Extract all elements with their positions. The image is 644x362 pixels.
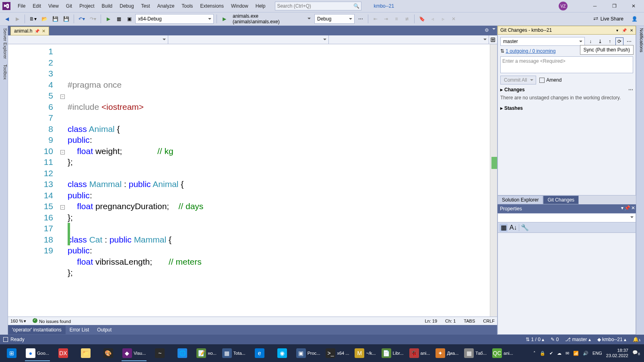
- pull-icon[interactable]: ⤓: [596, 37, 604, 45]
- left-tool-tabs[interactable]: Server ExplorerToolbox: [0, 26, 8, 335]
- panel-dropdown-icon[interactable]: ▾: [614, 27, 620, 33]
- file-tab-animal-h[interactable]: animal.h 📌 ✕: [10, 27, 49, 35]
- folder-icon[interactable]: ▣: [125, 14, 134, 24]
- props-combo[interactable]: [498, 214, 636, 222]
- col-indicator[interactable]: Ch: 1: [445, 319, 456, 323]
- menu-window[interactable]: Window: [228, 2, 252, 10]
- tray-notifications-icon[interactable]: 💬8: [632, 350, 640, 356]
- props-pages-icon[interactable]: 🔧: [521, 224, 529, 232]
- panel-pin-icon[interactable]: 📌: [621, 27, 627, 33]
- menu-build[interactable]: Build: [99, 2, 116, 10]
- commit-message-input[interactable]: Enter a message <Required>: [500, 56, 633, 73]
- build-icon[interactable]: ▦: [114, 14, 123, 24]
- nav-back-icon[interactable]: ◀: [2, 14, 11, 24]
- right-tab[interactable]: Solution Explorer: [497, 195, 543, 204]
- more-icon[interactable]: ⋯: [356, 14, 365, 24]
- taskbar-item[interactable]: >_x64 ...: [323, 345, 351, 361]
- pin-icon[interactable]: 📌: [35, 29, 39, 33]
- tray-chevron-icon[interactable]: ˄: [533, 351, 536, 356]
- tray-wifi-icon[interactable]: 📶: [573, 351, 579, 356]
- repo-status[interactable]: ◆ kmbo--21 ▴: [597, 337, 626, 342]
- open-icon[interactable]: 📂: [40, 14, 49, 24]
- sync-status-bar[interactable]: ⇅ 1 / 0 ▴: [526, 337, 544, 342]
- tray-volume-icon[interactable]: 🔊: [583, 351, 588, 356]
- vertical-scrollbar[interactable]: [490, 44, 497, 317]
- scope-combo[interactable]: [8, 35, 168, 44]
- bottom-tab[interactable]: Error List: [66, 325, 93, 334]
- tray-check-icon[interactable]: ✔: [549, 351, 553, 356]
- bookmark-icon[interactable]: 🔖: [417, 14, 427, 24]
- search-input[interactable]: [277, 3, 359, 9]
- close-button[interactable]: ✕: [625, 1, 642, 11]
- mode-combo[interactable]: Debug: [314, 14, 355, 24]
- split-icon[interactable]: ⊞: [489, 35, 497, 44]
- taskbar-item[interactable]: 📝но...: [194, 345, 219, 361]
- solution-name[interactable]: kmbo--21: [374, 3, 394, 9]
- taskbar-item[interactable]: DX: [52, 345, 74, 361]
- zoom-combo[interactable]: 160 % ▾: [10, 319, 26, 324]
- props-pin-icon[interactable]: 📌: [624, 205, 630, 211]
- bottom-tab[interactable]: Output: [93, 325, 116, 334]
- run-target-icon[interactable]: ▶: [220, 14, 229, 24]
- taskbar-item[interactable]: 🌐: [171, 345, 193, 361]
- code-text[interactable]: #pragma once #include <iostream> class A…: [68, 44, 490, 317]
- taskbar-item[interactable]: 📁: [75, 345, 97, 361]
- notifications-bell-icon[interactable]: 🔔₁: [633, 337, 641, 342]
- notifications-tab[interactable]: Notifications: [636, 26, 644, 335]
- pending-edits[interactable]: ✎ 0: [551, 337, 559, 342]
- taskbar-item[interactable]: 🎨: [97, 345, 119, 361]
- alphabetical-icon[interactable]: A↓: [509, 224, 517, 232]
- bottom-tab[interactable]: 'operator' instantiations: [8, 325, 66, 334]
- target-combo[interactable]: animals.exe (animals\animals.exe): [230, 14, 313, 24]
- account-icon[interactable]: 👤: [632, 16, 638, 22]
- menu-help[interactable]: Help: [252, 2, 269, 10]
- props-close-icon[interactable]: ✕: [631, 205, 635, 211]
- save-all-icon[interactable]: 💾: [62, 14, 71, 24]
- taskbar-item[interactable]: ◆Visu...: [120, 345, 148, 361]
- taskbar-item[interactable]: ~: [149, 345, 171, 361]
- fetch-icon[interactable]: ↓: [586, 37, 594, 45]
- sync-icon[interactable]: ⟳: [615, 37, 623, 45]
- code-editor[interactable]: 12345678910111213141516171819 − − − #pra…: [8, 44, 497, 317]
- menu-tools[interactable]: Tools: [178, 2, 196, 10]
- taskbar-item[interactable]: ▦Tota...: [220, 345, 248, 361]
- tab-dropdown-icon[interactable]: [492, 28, 495, 31]
- tab-options-icon[interactable]: ⚙: [485, 27, 489, 33]
- changes-more-icon[interactable]: ⋯: [628, 87, 633, 93]
- changes-section[interactable]: ▸ Changes⋯: [500, 87, 633, 93]
- undo-icon[interactable]: ↶▾: [77, 14, 87, 24]
- tray-lang[interactable]: ENG: [592, 351, 602, 356]
- amend-checkbox[interactable]: Amend: [539, 77, 561, 83]
- system-tray[interactable]: ˄ 🔒 ✔ ☁ ✉ 📶 🔊 ENG 18:3723.02.2022 💬8: [533, 348, 643, 358]
- save-icon[interactable]: 💾: [51, 14, 60, 24]
- menu-git[interactable]: Git: [63, 2, 75, 10]
- right-tab[interactable]: Git Changes: [543, 195, 579, 204]
- live-share[interactable]: ⮂ Live Share 👤: [593, 16, 642, 22]
- taskbar-item[interactable]: 🐞ani...: [407, 345, 433, 361]
- tabs-indicator[interactable]: TABS: [464, 319, 475, 323]
- stashes-section[interactable]: ▸ Stashes: [500, 105, 633, 111]
- menu-file[interactable]: File: [14, 2, 29, 10]
- git-more-icon[interactable]: ⋯: [625, 37, 633, 45]
- taskbar-item[interactable]: ◉: [271, 345, 293, 361]
- menu-project[interactable]: Project: [76, 2, 97, 10]
- taskbar-item[interactable]: ✦Диа...: [433, 345, 461, 361]
- type-combo[interactable]: [168, 35, 328, 44]
- taskbar-item[interactable]: ▦Таб...: [462, 345, 489, 361]
- categorized-icon[interactable]: ▦: [500, 224, 508, 232]
- member-combo[interactable]: [329, 35, 489, 44]
- maximize-button[interactable]: ❐: [606, 1, 622, 11]
- taskbar-item[interactable]: QCani...: [490, 345, 516, 361]
- menu-test[interactable]: Test: [138, 2, 153, 10]
- config-combo[interactable]: x64-Debug: [135, 14, 214, 24]
- global-search[interactable]: 🔍: [275, 2, 361, 10]
- taskbar-item[interactable]: ▣Proc...: [294, 345, 323, 361]
- menu-view[interactable]: View: [45, 2, 62, 10]
- taskbar-item[interactable]: ⊞: [1, 345, 23, 361]
- close-tab-icon[interactable]: ✕: [42, 29, 45, 34]
- taskbar-item[interactable]: e: [249, 345, 270, 361]
- minimize-button[interactable]: ─: [587, 1, 603, 11]
- user-avatar[interactable]: VZ: [559, 2, 568, 10]
- push-icon[interactable]: ↑: [606, 37, 614, 45]
- fold-gutter[interactable]: − − −: [60, 44, 68, 317]
